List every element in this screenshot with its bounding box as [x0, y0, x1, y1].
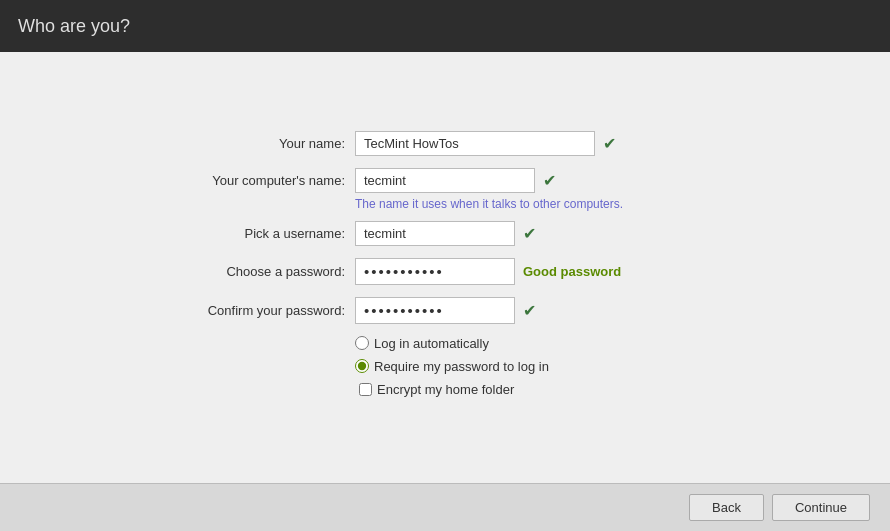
title-bar: Who are you? — [0, 0, 890, 52]
password-strength-label: Good password — [523, 264, 621, 279]
bottom-bar: Back Continue — [0, 483, 890, 531]
computer-name-check-icon: ✔ — [543, 171, 556, 190]
computer-name-row: Your computer's name: ✔ — [135, 168, 755, 193]
username-input[interactable] — [355, 221, 515, 246]
require-password-row: Require my password to log in — [355, 359, 755, 374]
auto-login-label: Log in automatically — [374, 336, 489, 351]
auto-login-row: Log in automatically — [355, 336, 755, 351]
your-name-input[interactable] — [355, 131, 595, 156]
your-name-check-icon: ✔ — [603, 134, 616, 153]
confirm-password-row: Confirm your password: ✔ — [135, 297, 755, 324]
computer-name-helper: The name it uses when it talks to other … — [135, 197, 755, 211]
your-name-row: Your name: ✔ — [135, 131, 755, 156]
username-row: Pick a username: ✔ — [135, 221, 755, 246]
password-row: Choose a password: Good password — [135, 258, 755, 285]
encrypt-home-row: Encrypt my home folder — [355, 382, 755, 397]
require-password-label: Require my password to log in — [374, 359, 549, 374]
confirm-password-label: Confirm your password: — [135, 303, 355, 318]
continue-button[interactable]: Continue — [772, 494, 870, 521]
auto-login-radio[interactable] — [355, 336, 369, 350]
form-container: Your name: ✔ Your computer's name: ✔ The… — [135, 131, 755, 405]
content-area: Your name: ✔ Your computer's name: ✔ The… — [0, 52, 890, 483]
back-button[interactable]: Back — [689, 494, 764, 521]
computer-name-input[interactable] — [355, 168, 535, 193]
confirm-password-check-icon: ✔ — [523, 301, 536, 320]
username-check-icon: ✔ — [523, 224, 536, 243]
require-password-radio[interactable] — [355, 359, 369, 373]
title-text: Who are you? — [18, 16, 130, 37]
encrypt-home-label: Encrypt my home folder — [377, 382, 514, 397]
your-name-label: Your name: — [135, 136, 355, 151]
encrypt-home-checkbox[interactable] — [359, 383, 372, 396]
username-label: Pick a username: — [135, 226, 355, 241]
confirm-password-input[interactable] — [355, 297, 515, 324]
password-input[interactable] — [355, 258, 515, 285]
password-label: Choose a password: — [135, 264, 355, 279]
computer-name-label: Your computer's name: — [135, 173, 355, 188]
login-options-section: Log in automatically Require my password… — [135, 336, 755, 397]
